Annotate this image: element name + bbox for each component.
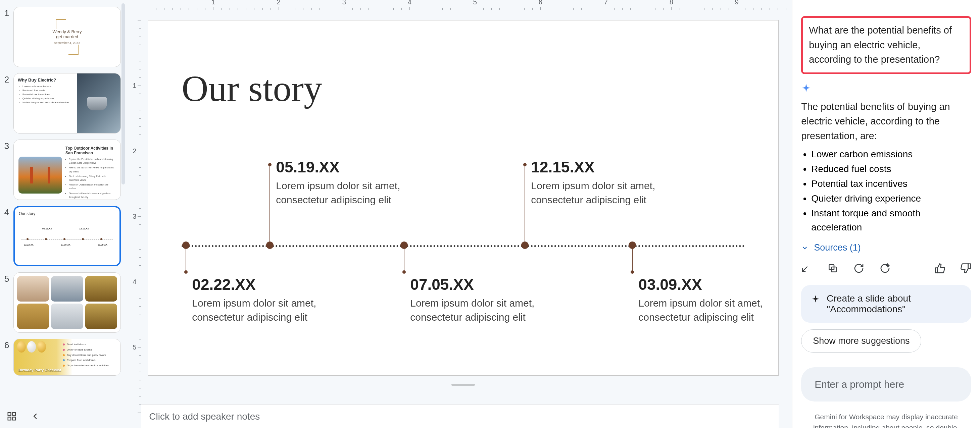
thumbnail-row-2: 2 Why Buy Electric? Lower carbon emissio…: [0, 73, 124, 133]
thumbnail-row-4: 4 Our story 05.19.XX 12.15.XX 02.22.XX 0…: [0, 206, 124, 266]
svg-rect-0: [8, 412, 11, 415]
thumb-number: 2: [0, 73, 13, 85]
notes-drag-handle[interactable]: [148, 382, 779, 387]
thumb-number: 4: [0, 206, 13, 218]
thumbnail-row-1: 1 Wendy & Berry get married September 4,…: [0, 7, 124, 67]
slide-canvas[interactable]: Our story 05.19.XXLorem ipsum dolor sit …: [148, 20, 779, 376]
slide-thumbnail-1[interactable]: Wendy & Berry get married September 4, 2…: [13, 7, 121, 67]
thumbs-down-icon[interactable]: [961, 263, 971, 275]
copy-icon[interactable]: [827, 263, 838, 275]
svg-rect-8: [968, 264, 970, 269]
chevron-left-icon[interactable]: [30, 411, 40, 423]
gemini-answer-intro: The potential benefits of buying an elec…: [801, 100, 971, 144]
grid-view-icon[interactable]: [7, 411, 17, 423]
svg-line-4: [802, 267, 808, 272]
slide-thumbnail-panel: 1 Wendy & Berry get married September 4,…: [0, 0, 127, 428]
thumb-number: 5: [0, 273, 13, 284]
user-question: What are the potential benefits of buyin…: [801, 16, 971, 74]
slide-stage[interactable]: Our story 05.19.XXLorem ipsum dolor sit …: [141, 10, 792, 404]
slide-title[interactable]: Our story: [181, 67, 322, 110]
gemini-sidebar: What are the potential benefits of buyin…: [792, 0, 980, 428]
speaker-notes-input[interactable]: Click to add speaker notes: [141, 404, 779, 428]
slide-thumbnail-3[interactable]: Top Outdoor Activities in San Francisco …: [13, 139, 121, 200]
retry-icon[interactable]: [853, 263, 864, 275]
show-more-suggestions-button[interactable]: Show more suggestions: [801, 330, 921, 352]
slide-thumbnail-2[interactable]: Why Buy Electric? Lower carbon emissions…: [13, 73, 121, 133]
prompt-input[interactable]: Enter a prompt here: [801, 367, 971, 401]
thumb-number: 1: [0, 7, 13, 19]
sources-toggle[interactable]: Sources (1): [801, 243, 971, 253]
slide-thumbnail-4[interactable]: Our story 05.19.XX 12.15.XX 02.22.XX 07.…: [13, 206, 121, 266]
retry-spark-icon[interactable]: [880, 263, 890, 275]
thumb-number: 3: [0, 139, 13, 151]
gemini-disclaimer: Gemini for Workspace may display inaccur…: [801, 412, 971, 428]
svg-rect-7: [935, 268, 938, 273]
suggestion-chip[interactable]: Create a slide about "Accommodations": [801, 285, 971, 323]
thumbnail-row-5: 5: [0, 273, 124, 333]
expand-icon[interactable]: [801, 263, 812, 275]
canvas-area: 123456789 12345 Our story 05.19.XXLorem …: [127, 0, 792, 428]
thumbnail-scrollbar[interactable]: [121, 3, 125, 184]
gemini-answer-list: Lower carbon emissions Reduced fuel cost…: [811, 147, 971, 235]
vertical-ruler: 12345: [127, 10, 141, 404]
gemini-spark-icon: [801, 83, 971, 94]
thumbnail-row-3: 3 Top Outdoor Activities in San Francisc…: [0, 139, 124, 200]
svg-rect-3: [13, 417, 16, 420]
timeline-event[interactable]: 07.05.XXLorem ipsum dolor sit amet, cons…: [410, 275, 538, 324]
thumb-number: 6: [0, 339, 13, 350]
thumbnail-row-6: 6 Birthday Party Checklist Send invitati…: [0, 339, 124, 376]
timeline-event[interactable]: 02.22.XXLorem ipsum dolor sit amet, cons…: [192, 275, 320, 324]
slide-thumbnail-5[interactable]: [13, 273, 121, 333]
thumbs-up-icon[interactable]: [934, 263, 945, 275]
timeline-event[interactable]: 05.19.XXLorem ipsum dolor sit amet, cons…: [276, 158, 403, 207]
slide-thumbnail-6[interactable]: Birthday Party Checklist Send invitation…: [13, 339, 121, 376]
timeline-event[interactable]: 12.15.XXLorem ipsum dolor sit amet, cons…: [531, 158, 659, 207]
horizontal-ruler: 123456789: [141, 0, 792, 10]
timeline-event[interactable]: 03.09.XXLorem ipsum dolor sit amet, cons…: [638, 275, 766, 324]
svg-rect-1: [13, 412, 16, 415]
svg-rect-2: [8, 417, 11, 420]
gemini-action-row: [801, 263, 971, 275]
